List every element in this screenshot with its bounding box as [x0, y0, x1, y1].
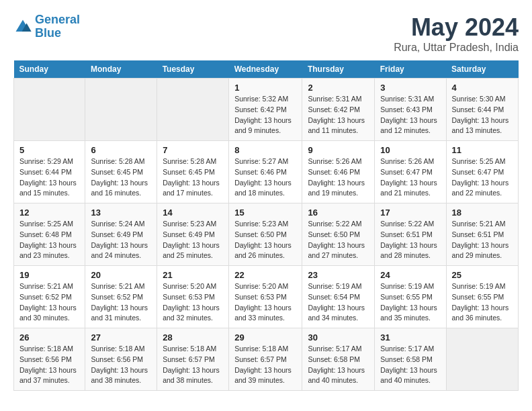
day-number: 23: [308, 270, 369, 280]
day-info: Sunrise: 5:21 AMSunset: 6:51 PMDaylight:…: [452, 219, 513, 261]
day-number: 14: [163, 208, 223, 218]
calendar-week-row: 1Sunrise: 5:32 AMSunset: 6:42 PMDaylight…: [14, 79, 519, 141]
calendar-cell: 26Sunrise: 5:18 AMSunset: 6:56 PMDayligh…: [14, 328, 85, 391]
day-info: Sunrise: 5:21 AMSunset: 6:52 PMDaylight:…: [91, 281, 151, 324]
day-info: Sunrise: 5:28 AMSunset: 6:45 PMDaylight:…: [163, 156, 223, 199]
day-number: 4: [452, 83, 513, 93]
day-info: Sunrise: 5:19 AMSunset: 6:55 PMDaylight:…: [452, 281, 513, 324]
calendar-cell: 3Sunrise: 5:31 AMSunset: 6:43 PMDaylight…: [375, 79, 446, 141]
calendar-cell: 31Sunrise: 5:17 AMSunset: 6:58 PMDayligh…: [375, 328, 446, 391]
subtitle: Rura, Uttar Pradesh, India: [394, 42, 519, 54]
main-title: May 2024: [394, 13, 519, 42]
calendar-cell: [446, 328, 519, 391]
day-info: Sunrise: 5:23 AMSunset: 6:49 PMDaylight:…: [163, 219, 223, 261]
day-info: Sunrise: 5:27 AMSunset: 6:46 PMDaylight:…: [234, 156, 296, 199]
day-info: Sunrise: 5:17 AMSunset: 6:58 PMDaylight:…: [308, 344, 369, 386]
day-number: 6: [91, 145, 151, 155]
day-info: Sunrise: 5:23 AMSunset: 6:50 PMDaylight:…: [234, 219, 296, 261]
day-number: 31: [380, 332, 440, 342]
day-number: 22: [234, 270, 296, 280]
calendar-cell: 5Sunrise: 5:29 AMSunset: 6:44 PMDaylight…: [14, 141, 85, 203]
calendar-cell: 19Sunrise: 5:21 AMSunset: 6:52 PMDayligh…: [14, 266, 85, 328]
day-info: Sunrise: 5:32 AMSunset: 6:42 PMDaylight:…: [234, 94, 296, 136]
weekday-header-friday: Friday: [375, 60, 446, 79]
calendar-week-row: 26Sunrise: 5:18 AMSunset: 6:56 PMDayligh…: [14, 328, 519, 391]
weekday-header-monday: Monday: [85, 60, 157, 79]
page-header: General Blue May 2024 Rura, Uttar Prades…: [13, 13, 519, 54]
weekday-header-sunday: Sunday: [14, 60, 85, 79]
day-number: 12: [19, 208, 79, 218]
day-info: Sunrise: 5:31 AMSunset: 6:43 PMDaylight:…: [380, 94, 440, 136]
calendar-cell: 12Sunrise: 5:25 AMSunset: 6:48 PMDayligh…: [14, 203, 85, 266]
day-number: 3: [380, 83, 440, 93]
day-info: Sunrise: 5:29 AMSunset: 6:44 PMDaylight:…: [19, 156, 79, 199]
calendar-cell: 30Sunrise: 5:17 AMSunset: 6:58 PMDayligh…: [302, 328, 375, 391]
day-info: Sunrise: 5:18 AMSunset: 6:56 PMDaylight:…: [91, 344, 151, 386]
calendar-cell: 10Sunrise: 5:26 AMSunset: 6:47 PMDayligh…: [375, 141, 446, 203]
day-number: 9: [308, 145, 369, 155]
logo-line1: General: [35, 13, 80, 26]
day-info: Sunrise: 5:30 AMSunset: 6:44 PMDaylight:…: [452, 94, 513, 136]
day-info: Sunrise: 5:22 AMSunset: 6:50 PMDaylight:…: [308, 219, 369, 261]
day-number: 10: [380, 145, 440, 155]
weekday-header-wednesday: Wednesday: [229, 60, 302, 79]
logo-icon: [13, 17, 32, 36]
day-info: Sunrise: 5:19 AMSunset: 6:55 PMDaylight:…: [380, 281, 440, 324]
day-number: 25: [452, 270, 513, 280]
day-number: 28: [163, 332, 223, 342]
day-info: Sunrise: 5:26 AMSunset: 6:46 PMDaylight:…: [308, 156, 369, 199]
calendar-cell: 14Sunrise: 5:23 AMSunset: 6:49 PMDayligh…: [157, 203, 229, 266]
day-number: 15: [234, 208, 296, 218]
day-info: Sunrise: 5:19 AMSunset: 6:54 PMDaylight:…: [308, 281, 369, 324]
day-info: Sunrise: 5:21 AMSunset: 6:52 PMDaylight:…: [19, 281, 79, 324]
calendar-cell: [14, 79, 85, 141]
day-number: 1: [234, 83, 296, 93]
calendar-cell: 24Sunrise: 5:19 AMSunset: 6:55 PMDayligh…: [375, 266, 446, 328]
calendar-cell: 1Sunrise: 5:32 AMSunset: 6:42 PMDaylight…: [229, 79, 302, 141]
logo-text: General Blue: [35, 13, 80, 40]
calendar-week-row: 12Sunrise: 5:25 AMSunset: 6:48 PMDayligh…: [14, 203, 519, 266]
day-number: 5: [19, 145, 79, 155]
calendar-cell: 29Sunrise: 5:18 AMSunset: 6:57 PMDayligh…: [229, 328, 302, 391]
day-info: Sunrise: 5:25 AMSunset: 6:47 PMDaylight:…: [452, 156, 513, 199]
day-number: 19: [19, 270, 79, 280]
calendar-cell: 15Sunrise: 5:23 AMSunset: 6:50 PMDayligh…: [229, 203, 302, 266]
calendar-cell: 17Sunrise: 5:22 AMSunset: 6:51 PMDayligh…: [375, 203, 446, 266]
day-number: 26: [19, 332, 79, 342]
calendar-cell: 9Sunrise: 5:26 AMSunset: 6:46 PMDaylight…: [302, 141, 375, 203]
day-number: 16: [308, 208, 369, 218]
logo-line2: Blue: [35, 26, 61, 40]
title-block: May 2024 Rura, Uttar Pradesh, India: [394, 13, 519, 54]
day-number: 18: [452, 208, 513, 218]
day-info: Sunrise: 5:18 AMSunset: 6:57 PMDaylight:…: [234, 344, 296, 386]
calendar-cell: 13Sunrise: 5:24 AMSunset: 6:49 PMDayligh…: [85, 203, 157, 266]
weekday-header-tuesday: Tuesday: [157, 60, 229, 79]
weekday-header-thursday: Thursday: [302, 60, 375, 79]
weekday-header-saturday: Saturday: [446, 60, 519, 79]
day-number: 29: [234, 332, 296, 342]
calendar-cell: [85, 79, 157, 141]
day-number: 13: [91, 208, 151, 218]
calendar-cell: 6Sunrise: 5:28 AMSunset: 6:45 PMDaylight…: [85, 141, 157, 203]
day-info: Sunrise: 5:31 AMSunset: 6:42 PMDaylight:…: [308, 94, 369, 136]
day-info: Sunrise: 5:26 AMSunset: 6:47 PMDaylight:…: [380, 156, 440, 199]
day-info: Sunrise: 5:25 AMSunset: 6:48 PMDaylight:…: [19, 219, 79, 261]
day-number: 21: [163, 270, 223, 280]
calendar-cell: 22Sunrise: 5:20 AMSunset: 6:53 PMDayligh…: [229, 266, 302, 328]
day-info: Sunrise: 5:18 AMSunset: 6:56 PMDaylight:…: [19, 344, 79, 386]
day-number: 17: [380, 208, 440, 218]
calendar-table: SundayMondayTuesdayWednesdayThursdayFrid…: [13, 60, 519, 391]
calendar-cell: 25Sunrise: 5:19 AMSunset: 6:55 PMDayligh…: [446, 266, 519, 328]
calendar-cell: 27Sunrise: 5:18 AMSunset: 6:56 PMDayligh…: [85, 328, 157, 391]
calendar-cell: 8Sunrise: 5:27 AMSunset: 6:46 PMDaylight…: [229, 141, 302, 203]
calendar-cell: 21Sunrise: 5:20 AMSunset: 6:53 PMDayligh…: [157, 266, 229, 328]
logo: General Blue: [13, 13, 80, 40]
day-info: Sunrise: 5:20 AMSunset: 6:53 PMDaylight:…: [163, 281, 223, 324]
day-number: 27: [91, 332, 151, 342]
day-number: 7: [163, 145, 223, 155]
calendar-week-row: 5Sunrise: 5:29 AMSunset: 6:44 PMDaylight…: [14, 141, 519, 203]
day-number: 24: [380, 270, 440, 280]
day-info: Sunrise: 5:28 AMSunset: 6:45 PMDaylight:…: [91, 156, 151, 199]
calendar-cell: 20Sunrise: 5:21 AMSunset: 6:52 PMDayligh…: [85, 266, 157, 328]
day-info: Sunrise: 5:18 AMSunset: 6:57 PMDaylight:…: [163, 344, 223, 386]
